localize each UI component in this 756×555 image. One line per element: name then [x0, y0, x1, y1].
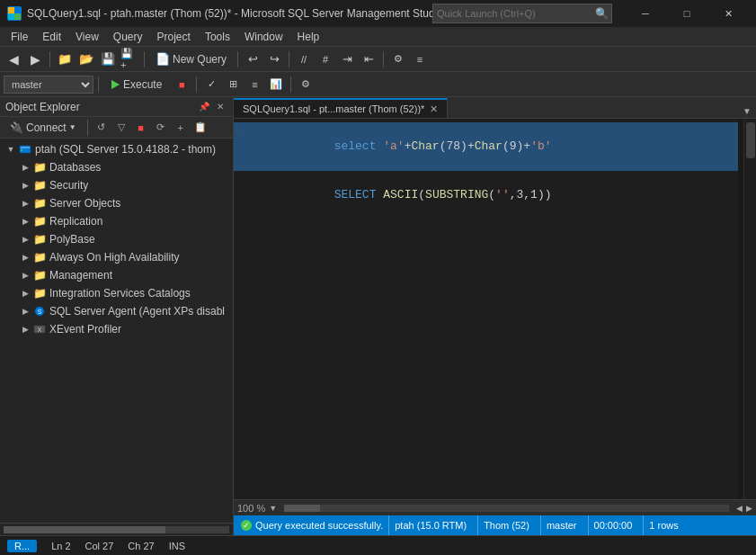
indent-btn[interactable]: ⇥ — [337, 49, 357, 69]
open-btn[interactable]: 📂 — [76, 49, 96, 69]
comment-btn[interactable]: // — [294, 49, 314, 69]
status-server-label: ptah (15.0 RTM) — [395, 520, 467, 531]
oe-props-btn[interactable]: 📋 — [191, 119, 209, 137]
server-objects-label: Server Objects — [49, 197, 120, 210]
svg-rect-1 — [14, 7, 21, 13]
menu-window[interactable]: Window — [237, 27, 290, 47]
xevent-label: XEvent Profiler — [49, 323, 121, 336]
connect-button[interactable]: 🔌 Connect ▼ — [4, 120, 83, 136]
redo-btn[interactable]: ↪ — [264, 49, 284, 69]
tree-item-sql-agent[interactable]: ▶ S SQL Server Agent (Agent XPs disabl — [0, 302, 233, 320]
results-text-btn[interactable]: ≡ — [245, 75, 264, 94]
query-tab-1[interactable]: SQLQuery1.sql - pt...master (Thom (52))*… — [234, 98, 448, 118]
status-database: master — [540, 515, 583, 535]
menu-view[interactable]: View — [68, 27, 106, 47]
options-btn[interactable]: ≡ — [410, 49, 430, 69]
include-actual-plan-btn[interactable]: 📊 — [266, 75, 286, 94]
oe-close-btn[interactable]: ✕ — [213, 100, 227, 114]
management-expand-icon: ▶ — [18, 268, 32, 282]
zoom-dropdown-btn[interactable]: ▼ — [269, 504, 277, 513]
query-status-bar: ✓ Query executed successfully. ptah (15.… — [234, 515, 756, 535]
tree-item-replication[interactable]: ▶ 📁 Replication — [0, 212, 233, 230]
save-all-btn[interactable]: 💾+ — [120, 49, 139, 69]
tree-item-polybase[interactable]: ▶ 📁 PolyBase — [0, 230, 233, 248]
h-scroll-track[interactable] — [284, 505, 729, 512]
maximize-button[interactable]: □ — [666, 0, 707, 27]
menu-bar: File Edit View Query Project Tools Windo… — [0, 27, 756, 47]
oe-refresh-btn[interactable]: ↺ — [93, 119, 111, 137]
management-label: Management — [49, 269, 112, 282]
oe-toolbar: 🔌 Connect ▼ ↺ ▽ ■ ⟳ + 📋 — [0, 117, 233, 139]
tree-item-security[interactable]: ▶ 📁 Security — [0, 176, 233, 194]
oe-controls: 📌 ✕ — [197, 100, 227, 114]
status-ins: INS — [169, 541, 185, 551]
always-on-label: Always On High Availability — [49, 251, 180, 264]
back-button[interactable]: ◀ — [4, 49, 23, 69]
parse-btn[interactable]: ✓ — [201, 75, 221, 94]
menu-tools[interactable]: Tools — [198, 27, 237, 47]
tab-expand-btn[interactable]: ▼ — [742, 103, 756, 118]
tree-item-management[interactable]: ▶ 📁 Management — [0, 266, 233, 284]
oe-stop-btn[interactable]: ■ — [132, 119, 150, 137]
close-button[interactable]: ✕ — [707, 0, 749, 27]
oe-filter-btn[interactable]: ▽ — [112, 119, 130, 137]
menu-edit[interactable]: Edit — [35, 27, 68, 47]
status-success-indicator: ✓ Query executed successfully. — [241, 520, 383, 531]
status-user-label: Thom (52) — [484, 520, 529, 531]
tree-item-xevent-profiler[interactable]: ▶ X XEvent Profiler — [0, 320, 233, 338]
status-database-label: master — [547, 520, 577, 531]
app-container: SQLQuery1.sql - ptah.master (Thom (52))*… — [0, 0, 756, 555]
vertical-scrollbar-track[interactable] — [743, 119, 756, 499]
str-b: 'b' — [530, 139, 551, 153]
query-tab-1-close[interactable]: ✕ — [430, 103, 438, 115]
toolbar-2: master Execute ■ ✓ ⊞ ≡ 📊 ⚙ — [0, 72, 756, 97]
menu-file[interactable]: File — [4, 27, 35, 47]
execute-button[interactable]: Execute — [103, 76, 170, 94]
new-query-button[interactable]: 📄 New Query — [149, 49, 233, 68]
outdent-btn[interactable]: ⇤ — [359, 49, 378, 69]
svg-point-6 — [21, 149, 22, 151]
app-logo — [7, 6, 22, 21]
oe-new-obj-btn[interactable]: + — [172, 119, 190, 137]
save-btn[interactable]: 💾 — [98, 49, 118, 69]
tree-item-databases[interactable]: ▶ 📁 Databases — [0, 158, 233, 176]
uncomment-btn[interactable]: # — [316, 49, 335, 69]
oe-hscroll-track — [4, 526, 229, 533]
minimap-area — [738, 119, 743, 499]
search-icon: 🔍 — [595, 7, 609, 20]
new-file-btn[interactable]: 📁 — [55, 49, 75, 69]
zoom-and-scrollbar: 100 % ▼ ◀ ▶ — [234, 499, 756, 515]
h-scroll-right-btn[interactable]: ▶ — [746, 504, 752, 513]
oe-sync-btn[interactable]: ⟳ — [152, 119, 170, 137]
code-editor[interactable]: − select 'a'+Char(78)+Char(9)+'b' SELECT… — [234, 119, 756, 499]
database-selector[interactable]: master — [4, 76, 93, 94]
svg-text:S: S — [38, 309, 42, 315]
oe-hscroll-thumb — [4, 526, 165, 533]
menu-project[interactable]: Project — [150, 27, 198, 47]
tree-item-always-on[interactable]: ▶ 📁 Always On High Availability — [0, 248, 233, 266]
h-scroll-left-btn[interactable]: ◀ — [736, 504, 743, 513]
security-expand-icon: ▶ — [18, 178, 32, 192]
query-options-btn[interactable]: ⚙ — [296, 75, 316, 94]
kw-select-2: SELECT — [334, 188, 377, 201]
oe-horizontal-scrollbar[interactable] — [0, 523, 233, 535]
tree-item-server-objects[interactable]: ▶ 📁 Server Objects — [0, 194, 233, 212]
oe-unpin-btn[interactable]: 📌 — [197, 100, 211, 114]
tree-item-integration-services[interactable]: ▶ 📁 Integration Services Catalogs — [0, 284, 233, 302]
quick-launch-input[interactable] — [432, 4, 612, 23]
undo-btn[interactable]: ↩ — [243, 49, 262, 69]
tree-root[interactable]: ▼ ptah (SQL Server 15.0.4188.2 - thom) — [0, 140, 233, 158]
minimize-button[interactable]: ─ — [625, 0, 666, 27]
svg-rect-5 — [21, 147, 30, 148]
forward-button[interactable]: ▶ — [25, 49, 45, 69]
svg-rect-0 — [8, 7, 14, 13]
menu-help[interactable]: Help — [290, 27, 327, 47]
status-time-label: 00:00:00 — [594, 520, 633, 531]
menu-query[interactable]: Query — [106, 27, 150, 47]
debug-btn[interactable]: ⚙ — [388, 49, 408, 69]
stop-btn[interactable]: ■ — [172, 75, 191, 94]
fn-substring: SUBSTRING — [425, 188, 488, 201]
results-grid-btn[interactable]: ⊞ — [223, 75, 243, 94]
sql-agent-icon: S — [32, 304, 47, 318]
sep7 — [196, 76, 197, 93]
